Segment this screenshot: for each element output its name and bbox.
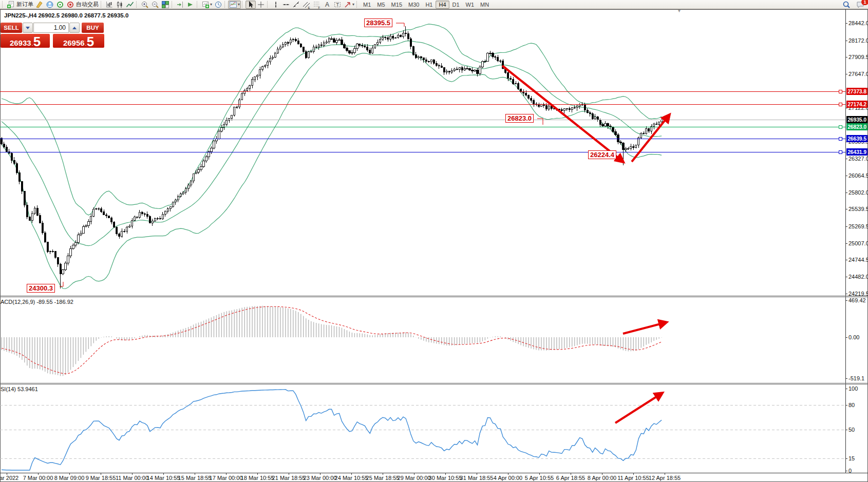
arrows-icon-button[interactable]: ▾	[343, 1, 355, 9]
volume-decrease-button[interactable]	[23, 23, 33, 33]
macd-axis-tick: 469.42	[848, 297, 866, 303]
price-line-badge: 26823.0	[846, 123, 867, 130]
bollinger-middle	[2, 41, 662, 246]
timeframe-w1-button[interactable]: W1	[463, 1, 478, 9]
sell-price-frac: 5	[33, 36, 41, 47]
new-chart-icon-button[interactable]: ▾	[200, 1, 213, 9]
equidistant-channel-icon-button[interactable]: E	[301, 1, 312, 9]
hline-handle[interactable]	[839, 103, 842, 106]
horizontal-line-icon-button[interactable]	[281, 1, 291, 9]
chart-shift-icon-button[interactable]	[175, 1, 185, 9]
svg-text:F: F	[318, 6, 320, 9]
timeframe-m30-button[interactable]: M30	[405, 1, 422, 9]
timeframe-m15-button[interactable]: M15	[388, 1, 405, 9]
trend-arrow[interactable]	[632, 115, 669, 162]
volume-increase-button[interactable]	[69, 23, 80, 33]
date-axis-label: 15 Mar 18:55	[178, 475, 212, 481]
volume-input[interactable]	[33, 23, 69, 33]
trend-arrow[interactable]	[615, 393, 662, 423]
sell-button[interactable]: SELL	[1, 23, 22, 33]
price-axis-tick: 25269.5	[848, 223, 868, 229]
timeframe-h1-button[interactable]: H1	[422, 1, 436, 9]
tile-windows-icon-button[interactable]	[160, 1, 171, 9]
date-axis-label: 14 Mar 10:55	[147, 475, 180, 481]
timeframe-d1-button[interactable]: D1	[449, 1, 463, 9]
date-axis-label: 11 Mar 00:00	[116, 475, 148, 481]
main-toolbar: 新订单自动交易▾▾EFAT▾M1M5M15M30H1H4D1W1MN 1	[0, 0, 868, 9]
templates-icon-button[interactable]: ▾	[228, 1, 241, 9]
autotrade-icon-button[interactable]: 自动交易	[65, 1, 100, 9]
price-axis-tick: 24219.5	[848, 291, 868, 297]
news-icon-button[interactable]	[55, 1, 65, 9]
sell-price-button[interactable]: 26933.5	[1, 34, 50, 48]
price-axis-tick: 27647.0	[848, 71, 868, 77]
styler-icon-button[interactable]	[34, 1, 45, 9]
chart-title: JPN225-,H4 26902.5 26980.0 26877.5 26935…	[4, 12, 128, 18]
crosshair-icon-button[interactable]	[256, 1, 266, 9]
toolbar-grip	[267, 1, 269, 8]
hline-handle[interactable]	[839, 90, 842, 93]
toolbar-grip	[197, 1, 199, 8]
rsi-axis-tick: 80	[848, 402, 855, 408]
timeframe-h4-button[interactable]: H4	[436, 1, 449, 9]
timeframe-m1-button[interactable]: M1	[360, 1, 374, 9]
axis-ticks	[7, 24, 848, 475]
buy-button[interactable]: BUY	[82, 23, 104, 33]
trendline-icon-button[interactable]	[291, 1, 301, 9]
toolbar-grip	[224, 1, 227, 8]
toolbar-grip	[172, 1, 174, 8]
date-axis-label: 29 Mar 00:00	[398, 475, 431, 481]
macd-indicator-label: ACD(12,26,9) -89.55 -186.92	[1, 299, 73, 305]
price-axis-tick: 25802.0	[848, 189, 868, 196]
cursor-icon-button[interactable]	[246, 1, 256, 9]
price-annotation[interactable]: 26224.4	[588, 150, 616, 159]
community-icon-button[interactable]	[45, 1, 55, 9]
price-line-badge: 26935.0	[846, 116, 867, 123]
timeframe-mn-button[interactable]: MN	[477, 1, 492, 9]
vertical-line-icon-button[interactable]	[271, 1, 281, 9]
rsi-indicator-label: SI(14) 53.9461	[1, 386, 38, 392]
bar-chart-icon-button[interactable]	[104, 1, 115, 9]
timeframe-m5-button[interactable]: M5	[374, 1, 388, 9]
date-axis-label: 24 Mar 10:55	[335, 475, 368, 481]
date-axis-label: 21 Mar 18:55	[272, 475, 306, 481]
zoom-out-icon-button[interactable]	[150, 1, 160, 9]
price-line-badge: 26639.5	[846, 135, 867, 142]
rsi-axis-tick: 15	[848, 455, 855, 461]
svg-text:A: A	[325, 1, 329, 8]
hline-handle[interactable]	[839, 138, 842, 141]
fibonacci-icon-button[interactable]: F	[312, 1, 322, 9]
toolbar-grip	[356, 1, 358, 8]
sell-price-int: 26933	[10, 38, 31, 47]
price-annotation[interactable]: 24300.3	[27, 284, 55, 293]
price-annotation[interactable]: 26823.0	[505, 114, 534, 123]
zoom-in-icon-button[interactable]	[140, 1, 150, 9]
candlestick-icon-button[interactable]	[115, 1, 125, 9]
price-axis-tick: 24744.5	[848, 257, 868, 263]
hline-handle[interactable]	[839, 126, 842, 129]
text-label-icon-button[interactable]: T	[332, 1, 343, 9]
hline-handle[interactable]	[839, 151, 842, 154]
auto-scroll-icon-button[interactable]	[185, 1, 196, 9]
price-chart-canvas[interactable]	[0, 9, 868, 482]
date-axis-label: Mar 2022	[0, 475, 18, 481]
new-order-label: 新订单	[16, 1, 33, 8]
chart-window[interactable]: JPN225-,H4 26902.5 26980.0 26877.5 26935…	[0, 9, 868, 482]
text-icon-button[interactable]: A	[322, 1, 332, 9]
panel-splitter-icon[interactable]: ▼	[677, 9, 682, 13]
bollinger-bands	[2, 24, 662, 289]
date-axis-label: 9 Mar 18:55	[86, 475, 116, 481]
macd-axis-tick: -519.1	[848, 375, 864, 381]
buy-price-button[interactable]: 26956.5	[53, 34, 104, 48]
line-chart-icon-button[interactable]	[125, 1, 135, 9]
chat-icon[interactable]: 1	[855, 1, 865, 9]
trend-arrow[interactable]	[623, 322, 666, 334]
macd-signal-line	[2, 306, 662, 374]
new-order-icon-button[interactable]: 新订单	[6, 1, 34, 9]
search-icon[interactable]	[841, 1, 852, 9]
price-annotation[interactable]: 28395.5	[364, 18, 392, 27]
period-icon-button[interactable]	[213, 1, 223, 9]
date-axis-label: 5 Apr 10:55	[525, 475, 554, 481]
one-click-trading-panel[interactable]: SELL BUY 26933.5 26956.5	[1, 23, 104, 48]
date-axis-label: 18 Mar 10:55	[241, 475, 274, 481]
